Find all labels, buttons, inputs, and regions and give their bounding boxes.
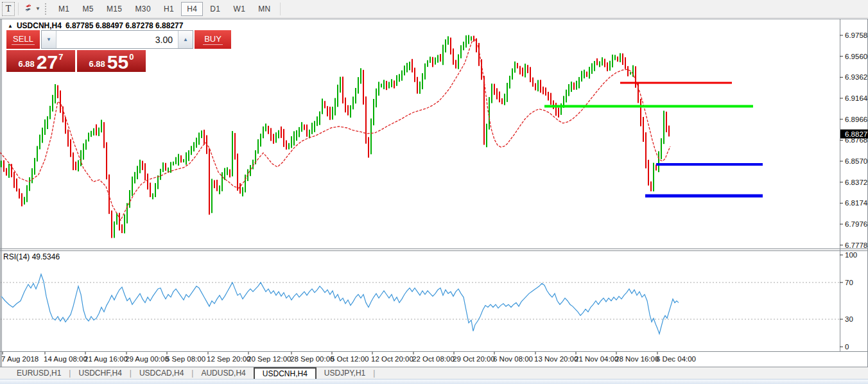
price-bar <box>535 83 536 91</box>
text-tool-button[interactable]: T <box>2 2 15 16</box>
price-bar <box>42 128 43 143</box>
rsi-tick-label: 0 <box>845 343 849 351</box>
price-bar <box>386 81 387 90</box>
price-bar <box>614 55 616 60</box>
price-bar <box>142 161 143 170</box>
price-bar <box>463 42 464 50</box>
price-bar <box>175 157 177 164</box>
price-bar <box>584 70 585 79</box>
price-bar <box>152 193 153 199</box>
price-bar <box>661 138 662 159</box>
price-tick-label: 6.81745 <box>845 199 868 207</box>
price-tick-label: 6.79765 <box>845 220 868 228</box>
price-bar <box>376 89 377 107</box>
price-bar <box>162 162 164 172</box>
price-bar <box>137 166 138 179</box>
price-bar <box>224 168 225 180</box>
price-bar <box>180 155 182 162</box>
volume-control: ▼ ▲ <box>41 30 193 49</box>
price-bar <box>24 197 25 205</box>
price-bar <box>6 168 7 176</box>
price-bar <box>537 80 539 92</box>
tab-usdcnh-h4[interactable]: USDCNH,H4 <box>254 367 317 379</box>
volume-input[interactable] <box>56 31 178 48</box>
price-bar <box>227 167 228 175</box>
buy-price-display[interactable]: 6.88 55 0 <box>77 50 146 72</box>
price-bar <box>183 159 184 162</box>
tab-usdchf-h4[interactable]: USDCHF,H4 <box>71 367 129 379</box>
timeframe-button-m15[interactable]: M15 <box>101 2 128 16</box>
timeframe-button-m30[interactable]: M30 <box>129 2 157 16</box>
price-bar <box>273 134 274 143</box>
price-bar <box>394 80 395 88</box>
price-bar <box>134 172 135 184</box>
rsi-line <box>1 274 679 334</box>
price-bar <box>275 132 277 143</box>
time-tick-label: 5 Oct 12:00 <box>331 355 369 363</box>
timeframe-button-mn[interactable]: MN <box>252 2 276 16</box>
symbol-name: USDCNH,H4 <box>17 21 62 30</box>
price-bar <box>188 150 189 161</box>
timeframe-button-h1[interactable]: H1 <box>158 2 180 16</box>
price-bar <box>245 175 246 193</box>
price-bar <box>60 91 61 113</box>
price-bar <box>648 160 649 186</box>
time-tick-label: 14 Aug 08:00 <box>44 355 87 363</box>
time-tick-label: 12 Sep 20:00 <box>207 355 250 363</box>
buy-button[interactable]: BUY <box>195 30 231 49</box>
price-bar <box>501 98 503 104</box>
price-bar <box>232 131 233 177</box>
volume-decrease-button[interactable]: ▼ <box>42 31 56 48</box>
price-bar <box>566 90 567 103</box>
volume-increase-button[interactable]: ▲ <box>178 31 193 48</box>
toolbar: T ▼ M1M5M15M30H1H4D1W1MN <box>0 0 868 18</box>
price-bar <box>612 55 613 67</box>
sell-button[interactable]: SELL <box>6 30 40 49</box>
chevron-down-icon[interactable]: ▼ <box>35 6 40 12</box>
price-tick-label: 6.91645 <box>845 94 868 102</box>
arrows-tool-button[interactable]: ▼ <box>22 2 42 16</box>
price-tick-label: 6.77785 <box>845 241 868 249</box>
chart-title: ▲ USDCNH,H4 6.87785 6.88497 6.87278 6.88… <box>8 21 183 30</box>
price-bar <box>116 213 117 225</box>
price-bar <box>527 65 528 73</box>
price-bar <box>139 160 141 173</box>
status-strip <box>0 379 868 384</box>
price-bar <box>553 100 554 109</box>
timeframe-button-w1[interactable]: W1 <box>227 2 251 16</box>
price-bar <box>514 62 516 73</box>
current-price-value: 6.88277 <box>845 130 868 138</box>
timeframe-button-m1[interactable]: M1 <box>53 2 75 16</box>
price-bar <box>85 139 87 150</box>
price-bar <box>663 110 664 144</box>
timeframe-button-h4[interactable]: H4 <box>181 2 203 16</box>
price-bar <box>155 183 156 197</box>
price-bar <box>1 161 2 167</box>
rsi-tick-label: 70 <box>845 279 853 286</box>
time-axis[interactable]: 7 Aug 201814 Aug 08:0021 Aug 16:0029 Aug… <box>1 352 696 363</box>
price-tick-label: 6.85705 <box>845 157 868 165</box>
timeframe-button-m5[interactable]: M5 <box>76 2 99 16</box>
tab-eurusd-h1[interactable]: EURUSD,H1 <box>9 367 69 379</box>
tab-usdcad-h4[interactable]: USDCAD,H4 <box>132 367 191 379</box>
price-bar <box>345 98 346 112</box>
price-bar <box>283 129 284 147</box>
price-bar <box>381 83 382 87</box>
price-bar <box>121 224 123 233</box>
buy-price-prefix: 6.88 <box>89 59 105 69</box>
price-bar <box>517 63 518 69</box>
collapse-panel-icon[interactable]: ▲ <box>8 23 13 29</box>
price-bar <box>293 131 295 145</box>
toolbar-grip[interactable] <box>45 3 48 15</box>
sell-price-display[interactable]: 6.88 27 7 <box>6 50 75 72</box>
tab-audusd-h4[interactable]: AUDUSD,H4 <box>193 367 253 379</box>
tab-usdjpy-h1[interactable]: USDJPY,H1 <box>317 367 373 379</box>
price-bar <box>607 62 608 71</box>
timeframe-button-d1[interactable]: D1 <box>204 2 226 16</box>
price-bar <box>471 36 472 40</box>
price-bar <box>622 53 623 65</box>
price-bar <box>67 130 69 147</box>
price-bar <box>507 83 508 102</box>
price-bar <box>250 165 251 176</box>
price-bar <box>37 146 38 161</box>
